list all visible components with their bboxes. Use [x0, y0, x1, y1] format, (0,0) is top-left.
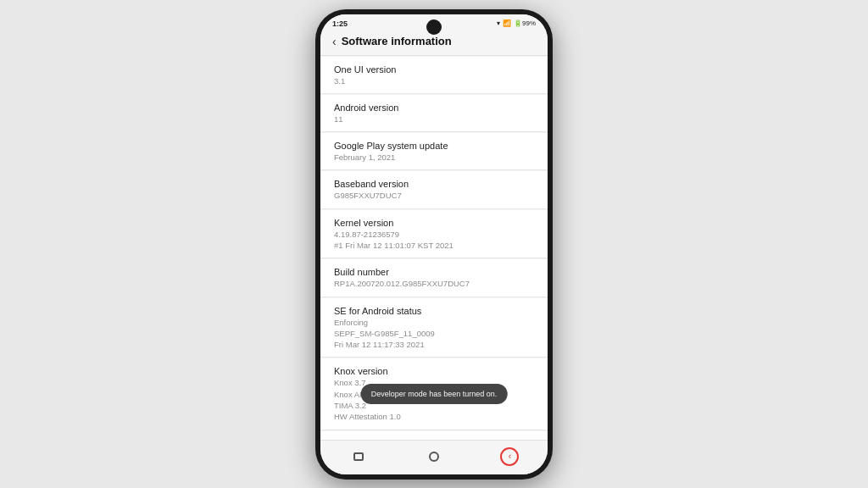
item-label: Build number: [334, 267, 534, 277]
list-item: Google Play system updateFebruary 1, 202…: [320, 133, 548, 170]
list-item: SE for Android statusEnforcing SEPF_SM-G…: [320, 298, 548, 358]
item-label: Knox version: [334, 366, 534, 376]
status-time: 1:25: [332, 19, 348, 28]
camera-notch: [426, 19, 442, 35]
item-value: G985FXXU7DUC7: [334, 190, 534, 201]
item-label: Android version: [334, 103, 534, 113]
list-item: Baseband versionG985FXXU7DUC7: [320, 171, 548, 208]
signal-icon: ▾: [497, 19, 500, 27]
content-area: One UI version3.1Android version11Google…: [320, 56, 548, 440]
toast-message: Developer mode has been turned on.: [361, 384, 508, 404]
back-nav-icon: ‹: [509, 452, 511, 461]
recents-button[interactable]: [348, 446, 370, 468]
status-icons: ▾ 📶 🔋99%: [497, 19, 536, 27]
item-value: 4.19.87-21236579 #1 Fri Mar 12 11:01:07 …: [334, 229, 534, 252]
item-value: 3.1: [334, 75, 534, 86]
list-item: Build numberRP1A.200720.012.G985FXXU7DUC…: [320, 259, 548, 297]
recents-icon: [353, 452, 364, 461]
back-circle: ‹: [500, 447, 519, 466]
item-label: One UI version: [334, 64, 534, 75]
home-button[interactable]: [423, 446, 445, 468]
item-label: Google Play system update: [334, 141, 534, 151]
list-item: Kernel version4.19.87-21236579 #1 Fri Ma…: [320, 210, 548, 259]
back-button[interactable]: ‹: [332, 35, 337, 48]
item-value: Enforcing SEPF_SM-G985F_11_0009 Fri Mar …: [334, 317, 534, 351]
phone-frame: 1:25 ▾ 📶 🔋99% ‹ Software information One…: [315, 9, 553, 480]
home-icon: [429, 452, 439, 462]
list-item: One UI version3.1: [320, 57, 548, 94]
item-label: Baseband version: [334, 179, 534, 189]
page-title: Software information: [342, 35, 452, 47]
list-item: Android version11: [320, 95, 548, 132]
nav-bar: ‹: [320, 440, 548, 474]
phone-screen: 1:25 ▾ 📶 🔋99% ‹ Software information One…: [320, 14, 548, 474]
battery-icon: 🔋99%: [514, 19, 536, 27]
item-value: RP1A.200720.012.G985FXXU7DUC7: [334, 278, 534, 289]
wifi-icon: 📶: [503, 19, 511, 27]
list-item: Service provider software versionSAOMC_S…: [320, 431, 548, 440]
item-value: February 1, 2021: [334, 152, 534, 163]
item-label: SE for Android status: [334, 306, 534, 316]
item-label: Kernel version: [334, 218, 534, 228]
back-nav-button[interactable]: ‹: [498, 446, 520, 468]
item-value: 11: [334, 114, 534, 125]
